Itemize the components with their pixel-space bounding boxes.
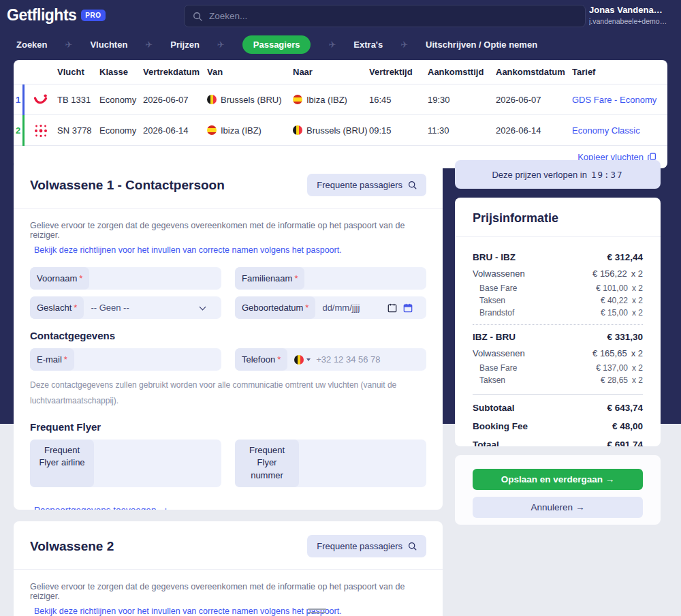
passenger-1-title: Volwassene 1 - Contactpersoon [30, 178, 225, 193]
step-vluchten[interactable]: Vluchten [90, 40, 127, 50]
save-and-continue-button[interactable]: Opslaan en verdergaan → [473, 469, 643, 490]
col-vertrektijd: Vertrektijd [369, 67, 428, 77]
birthdate-input[interactable]: dd/mm/jjjj [315, 296, 426, 319]
frequent-passengers-button[interactable]: Frequente passagiers [307, 174, 426, 196]
belgium-flag-icon [293, 125, 302, 135]
search-icon [408, 542, 417, 551]
divider [473, 324, 643, 325]
step-passagiers-active[interactable]: Passagiers [242, 35, 311, 54]
spain-flag-icon [293, 95, 302, 104]
frequent-passengers-button[interactable]: Frequente passagiers [307, 535, 426, 557]
ff-number-label: Frequent Flyer nummer [235, 440, 299, 488]
depart-time: 16:45 [369, 95, 428, 105]
divider [473, 394, 643, 395]
price-expiry-banner: Deze prijzen verlopen in 19:37 [455, 160, 661, 189]
origin: Ibiza (IBZ) [207, 125, 293, 136]
belgium-flag-icon [294, 355, 304, 365]
flight-row-2: 2 SN 3778 Economy 2026-06-14 Ibiza (IBZ)… [14, 114, 667, 145]
lastname-label: Familienaam* [235, 267, 304, 290]
calendar-picker-icon[interactable] [403, 303, 413, 313]
depart-time: 09:15 [369, 125, 428, 136]
cancel-button[interactable]: Annuleren → [473, 497, 643, 518]
gender-select[interactable]: Geslacht* -- Geen -- [30, 296, 221, 319]
step-uitschrijven[interactable]: Uitschrijven / Optie nemen [426, 40, 537, 50]
ff-number-input[interactable] [299, 440, 426, 488]
phone-input[interactable]: +32 12 34 56 78 [287, 348, 426, 371]
arrow-right-icon: → [575, 502, 585, 512]
plane-icon: ✈ [145, 40, 153, 50]
route-total-row: IBZ - BRU€ 331,30 [473, 332, 643, 342]
drag-handle[interactable] [308, 609, 326, 615]
flight-index: 2 [14, 115, 25, 146]
col-klasse: Klasse [99, 67, 143, 77]
firstname-input[interactable] [89, 267, 221, 290]
fare-link[interactable]: GDS Fare - Economy [572, 95, 656, 105]
subtotal-row: Subtotaal€ 643,74 [473, 403, 643, 413]
col-tarief: Tarief [572, 67, 667, 77]
step-prijzen[interactable]: Prijzen [170, 40, 200, 50]
step-extras[interactable]: Extra's [353, 40, 383, 50]
plane-icon: ✈ [400, 40, 408, 50]
arrive-time: 19:30 [428, 95, 496, 105]
price-info-card: Prijsinformatie BRU - IBZ€ 312,44 Volwas… [455, 198, 661, 446]
arrive-time: 11:30 [428, 125, 496, 136]
passenger-1-card: Volwassene 1 - Contactpersoon Frequente … [14, 160, 443, 510]
col-vlucht: Vlucht [57, 67, 99, 77]
global-search[interactable] [184, 5, 586, 27]
email-field[interactable]: E-mail* [30, 348, 221, 371]
origin-label: Brussels (BRU) [221, 95, 282, 105]
passport-note: Gelieve ervoor te zorgen dat de gegevens… [30, 221, 426, 240]
route-total-row: BRU - IBZ€ 312,44 [473, 252, 643, 262]
origin: Brussels (BRU) [207, 95, 293, 105]
flights-table-header: Vlucht Klasse Vertrekdatum Van Naar Vert… [14, 60, 667, 84]
col-vertrekdatum: Vertrekdatum [143, 67, 207, 77]
frequent-passengers-label: Frequente passagiers [317, 180, 402, 190]
add-passport-link[interactable]: Paspoortgegevens toevoegen + [34, 505, 426, 510]
phone-field[interactable]: Telefoon* +32 12 34 56 78 [235, 348, 426, 371]
email-input[interactable] [74, 348, 221, 371]
destination: Brussels (BRU) [293, 125, 369, 136]
user-menu[interactable]: Jonas Vandena… j.vandenabeele+demo… [589, 5, 674, 25]
fare-line: Taksen € 40,22x 2 [473, 296, 643, 305]
calendar-icon[interactable] [387, 303, 397, 313]
arrive-date: 2026-06-14 [496, 125, 572, 136]
gender-value[interactable]: -- Geen -- [84, 296, 221, 319]
fare-link[interactable]: Economy Classic [572, 125, 640, 136]
flight-number: SN 3778 [57, 125, 99, 136]
lastname-field[interactable]: Familienaam* [235, 267, 426, 290]
passport-guidelines-link[interactable]: Bekijk deze richtlijnen voor het invulle… [34, 606, 426, 616]
chevron-down-icon [200, 303, 206, 310]
contact-section-heading: Contactgegevens [30, 330, 426, 341]
gender-label: Geslacht* [30, 296, 84, 319]
ff-airline-input[interactable] [94, 440, 221, 488]
col-aankomsttijd: Aankomsttijd [428, 67, 496, 77]
col-naar: Naar [293, 67, 369, 77]
passenger-2-card: Volwassene 2 Frequente passagiers Geliev… [14, 521, 443, 616]
brand-logo[interactable]: Getflights PRO [7, 6, 106, 25]
passport-guidelines-link[interactable]: Bekijk deze richtlijnen voor het invulle… [34, 245, 426, 255]
fare-line: Brandstof € 15,00x 2 [473, 308, 643, 318]
contact-usage-note: Deze contactgegevens zullen gebruikt wor… [30, 378, 411, 409]
destination-label: Ibiza (IBZ) [306, 95, 347, 105]
country-code-selector[interactable] [294, 355, 311, 365]
ff-number-field[interactable]: Frequent Flyer nummer [235, 440, 426, 488]
phone-placeholder: +32 12 34 56 78 [316, 354, 380, 365]
firstname-field[interactable]: Voornaam* [30, 267, 221, 290]
add-passport-label: Paspoortgegevens toevoegen [34, 505, 156, 510]
plane-icon: ✈ [217, 40, 225, 50]
user-email: j.vandenabeele+demo… [589, 17, 674, 25]
step-zoeken[interactable]: Zoeken [16, 40, 48, 50]
booking-steps-nav: Zoeken ✈ Vluchten ✈ Prijzen ✈ Passagiers… [16, 34, 537, 55]
booking-fee-row: Booking Fee€ 48,00 [473, 421, 643, 431]
brussels-airlines-logo [25, 123, 57, 139]
ff-airline-field[interactable]: Frequent Flyer airline [30, 440, 221, 488]
flight-number: TB 1331 [57, 95, 99, 105]
caret-down-icon [306, 358, 311, 361]
lastname-input[interactable] [304, 267, 426, 290]
birthdate-field[interactable]: Geboortedatum* dd/mm/jjjj [235, 296, 426, 319]
search-icon [193, 12, 202, 21]
search-input[interactable] [209, 11, 577, 21]
destination-label: Brussels (BRU) [306, 125, 368, 136]
expiry-countdown: 19:37 [591, 170, 624, 180]
fare-line: Base Fare € 137,00x 2 [473, 363, 643, 373]
